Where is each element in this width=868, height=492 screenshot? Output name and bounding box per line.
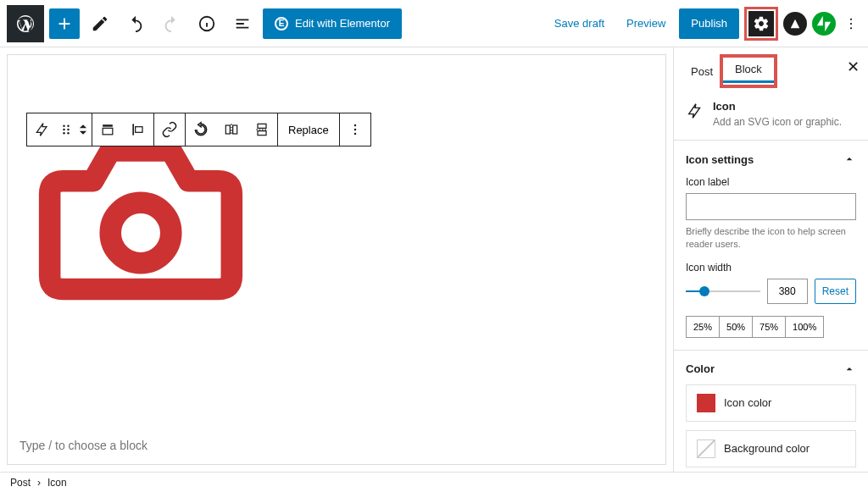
block-type-button[interactable] xyxy=(27,113,58,146)
redo-button[interactable] xyxy=(156,8,186,39)
preview-link[interactable]: Preview xyxy=(618,17,674,30)
gear-icon xyxy=(753,15,770,32)
block-description: Add an SVG icon or graphic. xyxy=(713,116,842,128)
block-breadcrumb: Post › Icon xyxy=(0,472,868,492)
section-header-icon-settings[interactable]: Icon settings xyxy=(686,152,856,166)
svg-rect-12 xyxy=(103,124,113,127)
icon-label-label: Icon label xyxy=(686,176,856,188)
icon-color-option[interactable]: Icon color xyxy=(686,384,856,422)
flip-horizontal-button[interactable] xyxy=(216,113,247,146)
drag-handle[interactable] xyxy=(58,113,75,146)
settings-highlight xyxy=(744,7,778,41)
breadcrumb-root[interactable]: Post xyxy=(10,477,31,489)
publish-button[interactable]: Publish xyxy=(679,8,739,39)
chevron-up-icon xyxy=(843,152,856,166)
block-name: Icon xyxy=(713,100,842,113)
sidebar-tabs: Post Block ✕ xyxy=(674,47,868,88)
icon-width-input[interactable] xyxy=(767,279,808,304)
block-appender[interactable]: Type / to choose a block xyxy=(19,439,147,452)
link-button[interactable] xyxy=(154,113,185,146)
undo-button[interactable] xyxy=(120,8,151,39)
svg-point-25 xyxy=(110,202,171,263)
width-presets: 25% 50% 75% 100% xyxy=(686,316,856,338)
chevron-up-icon xyxy=(843,362,856,376)
svg-point-3 xyxy=(850,18,852,19)
svg-rect-16 xyxy=(225,125,230,134)
icon-width-reset-button[interactable]: Reset xyxy=(815,279,856,304)
svg-rect-15 xyxy=(136,127,142,133)
section-header-color[interactable]: Color xyxy=(686,362,856,376)
svg-point-10 xyxy=(63,132,65,135)
breadcrumb-current[interactable]: Icon xyxy=(47,477,67,489)
settings-button[interactable] xyxy=(748,11,774,36)
svg-point-8 xyxy=(63,129,65,131)
flip-vertical-button[interactable] xyxy=(247,113,277,146)
svg-point-7 xyxy=(67,125,70,128)
preset-25[interactable]: 25% xyxy=(686,316,720,338)
save-draft-link[interactable]: Save draft xyxy=(546,17,613,30)
svg-point-22 xyxy=(353,124,356,127)
settings-sidebar: Post Block ✕ Icon Add an SVG icon or gra… xyxy=(673,47,868,472)
preset-100[interactable]: 100% xyxy=(785,316,824,338)
astra-plugin-icon[interactable] xyxy=(783,12,807,36)
editor-topbar: E Edit with Elementor Save draft Preview… xyxy=(0,0,868,47)
icon-label-input[interactable] xyxy=(686,193,856,220)
section-color: Color Icon color Background color xyxy=(674,350,868,472)
svg-point-11 xyxy=(67,132,70,135)
svg-point-5 xyxy=(850,27,852,29)
icon-width-label: Icon width xyxy=(686,262,856,274)
background-color-option[interactable]: Background color xyxy=(686,430,856,467)
justify-button[interactable] xyxy=(123,113,153,146)
breadcrumb-separator: › xyxy=(37,477,41,489)
section-icon-settings: Icon settings Icon label Briefly describ… xyxy=(674,140,868,350)
tab-post[interactable]: Post xyxy=(681,57,723,86)
svg-rect-17 xyxy=(233,125,237,134)
svg-point-23 xyxy=(353,129,356,131)
close-sidebar-button[interactable]: ✕ xyxy=(847,58,860,76)
svg-rect-13 xyxy=(103,128,113,135)
block-toolbar: Replace xyxy=(26,113,371,146)
editor-canvas-wrap: Replace Type / to choose a block xyxy=(0,47,673,472)
edit-with-elementor-button[interactable]: E Edit with Elementor xyxy=(263,8,402,39)
svg-rect-20 xyxy=(258,131,266,135)
block-info: Icon Add an SVG icon or graphic. xyxy=(674,88,868,140)
tab-block-highlight: Block xyxy=(720,54,777,88)
preset-75[interactable]: 75% xyxy=(752,316,786,338)
svg-rect-19 xyxy=(258,124,266,128)
elementor-label: Edit with Elementor xyxy=(295,17,390,30)
replace-button[interactable]: Replace xyxy=(278,113,339,146)
move-updown-button[interactable] xyxy=(75,113,92,146)
svg-point-24 xyxy=(353,133,356,135)
preset-50[interactable]: 50% xyxy=(719,316,753,338)
rotate-button[interactable] xyxy=(186,113,216,146)
icon-width-slider[interactable] xyxy=(686,283,760,300)
align-button[interactable] xyxy=(92,113,123,146)
tab-block[interactable]: Block xyxy=(723,63,774,83)
icon-color-swatch xyxy=(697,394,715,412)
info-button[interactable] xyxy=(192,8,222,39)
block-more-button[interactable] xyxy=(340,113,370,146)
svg-point-4 xyxy=(850,22,852,24)
jetpack-icon[interactable] xyxy=(812,12,836,36)
edit-mode-button[interactable] xyxy=(85,8,115,39)
svg-point-6 xyxy=(63,125,65,128)
editor-canvas[interactable]: Replace Type / to choose a block xyxy=(7,54,666,465)
bg-color-swatch xyxy=(697,439,715,458)
svg-rect-14 xyxy=(132,124,134,135)
add-block-button[interactable] xyxy=(49,8,80,39)
icon-label-hint: Briefly describe the icon to help screen… xyxy=(686,225,856,252)
wordpress-logo[interactable] xyxy=(7,5,44,42)
lightning-icon xyxy=(686,102,704,120)
more-options-button[interactable] xyxy=(841,8,861,39)
elementor-icon: E xyxy=(275,17,288,30)
outline-button[interactable] xyxy=(227,8,258,39)
svg-point-9 xyxy=(67,129,70,131)
